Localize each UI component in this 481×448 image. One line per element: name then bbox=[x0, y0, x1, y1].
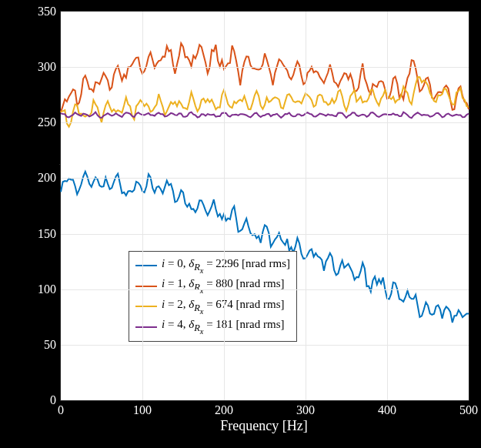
x-tick-label: 400 bbox=[378, 403, 396, 417]
y-tick-label: 350 bbox=[32, 5, 56, 18]
x-tick-label: 500 bbox=[459, 403, 478, 417]
grid-line-h bbox=[61, 289, 469, 290]
y-tick-label: 0 bbox=[32, 393, 56, 407]
grid-line-v bbox=[306, 12, 306, 400]
x-tick-label: 200 bbox=[215, 403, 233, 417]
grid-line-h bbox=[61, 178, 469, 179]
y-tick-label: 300 bbox=[32, 60, 56, 74]
y-tick-label: 200 bbox=[32, 171, 56, 185]
chart-container: CAS of Rx [nrad/√Hz] i = 0, δRx = 2296 [… bbox=[0, 0, 481, 448]
x-axis-label: Frequency [Hz] bbox=[60, 418, 468, 434]
legend-label: i = 4, δRx = 181 [nrad rms] bbox=[162, 316, 285, 337]
grid-line-v bbox=[142, 12, 143, 400]
y-tick-label: 150 bbox=[32, 227, 56, 241]
grid-line-h bbox=[61, 122, 469, 123]
legend-swatch bbox=[135, 306, 157, 307]
grid-line-h bbox=[61, 345, 469, 346]
legend-row: i = 4, δRx = 181 [nrad rms] bbox=[135, 316, 290, 337]
legend-swatch bbox=[135, 286, 157, 287]
legend: i = 0, δRx = 2296 [nrad rms]i = 1, δRx =… bbox=[129, 251, 297, 342]
grid-line-v bbox=[387, 12, 388, 400]
y-tick-label: 50 bbox=[32, 338, 56, 352]
grid-line-h bbox=[61, 234, 469, 235]
grid-line-v bbox=[224, 12, 225, 400]
legend-row: i = 1, δRx = 880 [nrad rms] bbox=[135, 276, 290, 296]
series-line-i=2 bbox=[61, 77, 469, 127]
legend-label: i = 2, δRx = 674 [nrad rms] bbox=[162, 296, 285, 317]
x-tick-label: 0 bbox=[58, 403, 64, 417]
legend-swatch bbox=[135, 265, 157, 266]
line-series-svg bbox=[61, 12, 469, 400]
legend-label: i = 0, δRx = 2296 [nrad rms] bbox=[162, 256, 290, 276]
x-tick-label: 300 bbox=[296, 403, 315, 417]
legend-swatch bbox=[135, 326, 157, 328]
legend-label: i = 1, δRx = 880 [nrad rms] bbox=[162, 276, 285, 296]
x-tick-label: 100 bbox=[133, 403, 152, 417]
legend-row: i = 2, δRx = 674 [nrad rms] bbox=[135, 296, 290, 317]
grid-line-h bbox=[61, 67, 469, 68]
legend-row: i = 0, δRx = 2296 [nrad rms] bbox=[135, 256, 290, 276]
y-tick-label: 100 bbox=[32, 283, 56, 296]
y-tick-label: 250 bbox=[32, 115, 56, 129]
plot-area: i = 0, δRx = 2296 [nrad rms]i = 1, δRx =… bbox=[60, 11, 469, 401]
